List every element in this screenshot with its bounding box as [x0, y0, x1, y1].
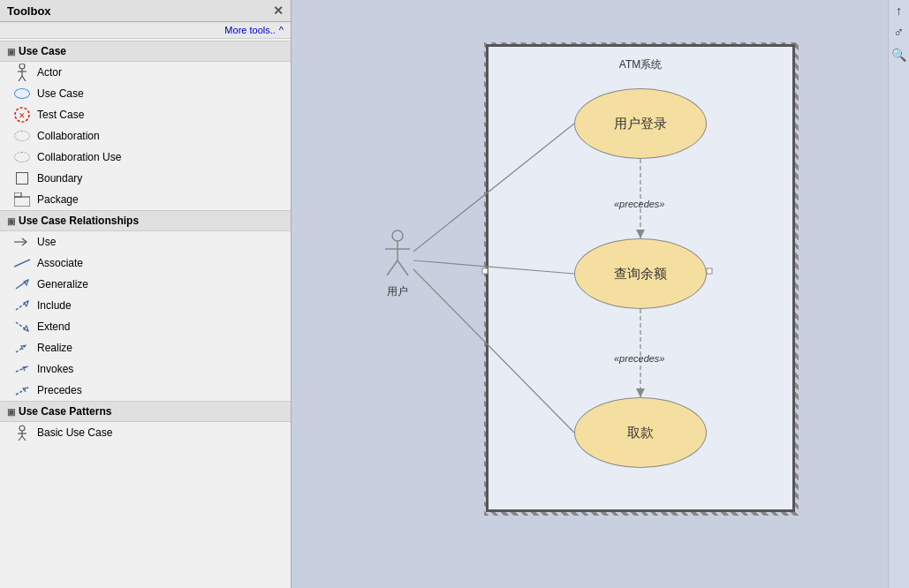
- package-icon: [14, 192, 30, 207]
- svg-rect-8: [14, 192, 21, 197]
- actor-icon: [14, 64, 30, 80]
- svg-line-28: [387, 260, 398, 275]
- actor-figure: [380, 230, 415, 283]
- canvas-area[interactable]: ATM系统 用户: [292, 0, 888, 588]
- tool-boundary-label: Boundary: [37, 172, 82, 185]
- user-icon[interactable]: ♂: [894, 25, 905, 41]
- svg-line-24: [22, 436, 26, 441]
- tool-invokes-label: Invokes: [37, 363, 73, 375]
- testcase-icon: ✕: [14, 107, 30, 123]
- svg-line-29: [398, 260, 408, 275]
- precedes-label-2: «precedes»: [614, 353, 665, 364]
- tool-realize-label: Realize: [37, 342, 72, 354]
- section-use-case: ▣ Use Case: [0, 41, 291, 62]
- section-relationships: ▣ Use Case Relationships: [0, 210, 291, 231]
- tool-generalize-label: Generalize: [37, 278, 88, 290]
- svg-point-20: [19, 426, 25, 431]
- usecase-uc2[interactable]: 查询余额: [574, 238, 707, 309]
- more-tools-bar[interactable]: More tools.. ^: [0, 22, 291, 39]
- svg-marker-14: [24, 301, 28, 306]
- tool-actor[interactable]: Actor: [0, 62, 291, 83]
- tool-usecase[interactable]: Use Case: [0, 83, 291, 104]
- tool-use-label: Use: [37, 236, 56, 248]
- tool-testcase-label: Test Case: [37, 109, 84, 121]
- section-relationships-collapse-icon[interactable]: ▣: [7, 216, 15, 226]
- tool-precedes[interactable]: Precedes: [0, 380, 291, 401]
- toolbox-panel: Toolbox ✕ More tools.. ^ ▣ Use Case Acto…: [0, 0, 292, 588]
- tool-collaboration[interactable]: Collaboration: [0, 125, 291, 147]
- tool-associate[interactable]: Associate: [0, 253, 291, 274]
- use-icon: [14, 234, 30, 250]
- tool-boundary[interactable]: Boundary: [0, 168, 291, 189]
- svg-text:✕: ✕: [19, 111, 26, 120]
- precedes-label-1: «precedes»: [614, 199, 665, 209]
- tool-collaboration-use-label: Collaboration Use: [37, 151, 121, 163]
- tool-associate-label: Associate: [37, 257, 83, 269]
- svg-line-10: [14, 260, 30, 267]
- uc3-label: 取款: [627, 425, 654, 441]
- extend-icon: [14, 319, 30, 335]
- tool-actor-label: Actor: [37, 66, 62, 79]
- collaboration-use-icon: [14, 149, 30, 165]
- tool-generalize[interactable]: Generalize: [0, 274, 291, 295]
- section-patterns-label: Use Case Patterns: [19, 405, 111, 418]
- usecase-uc3[interactable]: 取款: [574, 397, 707, 468]
- tool-precedes-label: Precedes: [37, 384, 82, 396]
- tool-include-label: Include: [37, 299, 72, 312]
- section-relationships-label: Use Case Relationships: [19, 215, 139, 227]
- boundary-icon: [14, 170, 30, 186]
- uc1-label: 用户登录: [614, 116, 667, 132]
- toolbox-body: ▣ Use Case Actor Use Case: [0, 39, 291, 588]
- tool-usecase-label: Use Case: [37, 87, 84, 100]
- tool-basic-use-case[interactable]: Basic Use Case: [0, 422, 291, 443]
- tool-realize[interactable]: Realize: [0, 337, 291, 358]
- scroll-up-icon[interactable]: ^: [279, 25, 284, 35]
- actor-container[interactable]: 用户: [380, 230, 415, 299]
- usecase-uc1[interactable]: 用户登录: [574, 88, 707, 159]
- section-use-case-label: Use Case: [19, 45, 66, 57]
- tool-extend[interactable]: Extend: [0, 316, 291, 337]
- realize-icon: [14, 340, 30, 356]
- precedes-icon: [14, 382, 30, 398]
- svg-line-4: [22, 76, 26, 81]
- system-label: ATM系统: [619, 57, 662, 72]
- tool-package[interactable]: Package: [0, 189, 291, 210]
- right-toolbar: ↑ ♂ 🔍: [888, 0, 909, 588]
- section-patterns: ▣ Use Case Patterns: [0, 401, 291, 422]
- tool-package-label: Package: [37, 193, 79, 206]
- close-button[interactable]: ✕: [273, 4, 284, 18]
- generalize-icon: [14, 276, 30, 292]
- tool-extend-label: Extend: [37, 320, 70, 333]
- actor-label: 用户: [387, 284, 408, 299]
- tool-basic-use-case-label: Basic Use Case: [37, 426, 112, 439]
- tool-collaboration-use[interactable]: Collaboration Use: [0, 147, 291, 168]
- svg-marker-16: [24, 326, 28, 331]
- collaboration-icon: [14, 128, 30, 144]
- tool-collaboration-label: Collaboration: [37, 130, 100, 142]
- include-icon: [14, 298, 30, 313]
- tool-invokes[interactable]: Invokes: [0, 358, 291, 380]
- uc2-label: 查询余额: [614, 266, 667, 283]
- svg-line-23: [19, 436, 22, 441]
- basic-usecase-icon: [14, 425, 30, 441]
- more-tools-label[interactable]: More tools..: [224, 25, 275, 35]
- svg-line-3: [19, 76, 22, 81]
- section-collapse-icon[interactable]: ▣: [7, 47, 15, 57]
- svg-point-25: [392, 230, 403, 241]
- svg-marker-12: [24, 280, 28, 285]
- svg-point-0: [19, 64, 25, 69]
- svg-rect-7: [14, 197, 30, 207]
- search-icon[interactable]: 🔍: [891, 48, 906, 62]
- uml-diagram: ATM系统 用户: [327, 35, 830, 539]
- invokes-icon: [14, 361, 30, 377]
- toolbox-title: Toolbox: [7, 4, 51, 18]
- associate-icon: [14, 255, 30, 271]
- usecase-icon: [14, 86, 30, 102]
- section-patterns-collapse-icon[interactable]: ▣: [7, 407, 15, 417]
- arrow-up-icon[interactable]: ↑: [896, 4, 902, 18]
- tool-include[interactable]: Include: [0, 295, 291, 316]
- tool-use[interactable]: Use: [0, 231, 291, 253]
- tool-testcase[interactable]: ✕ Test Case: [0, 104, 291, 125]
- toolbox-header: Toolbox ✕: [0, 0, 291, 22]
- svg-line-19: [16, 388, 28, 395]
